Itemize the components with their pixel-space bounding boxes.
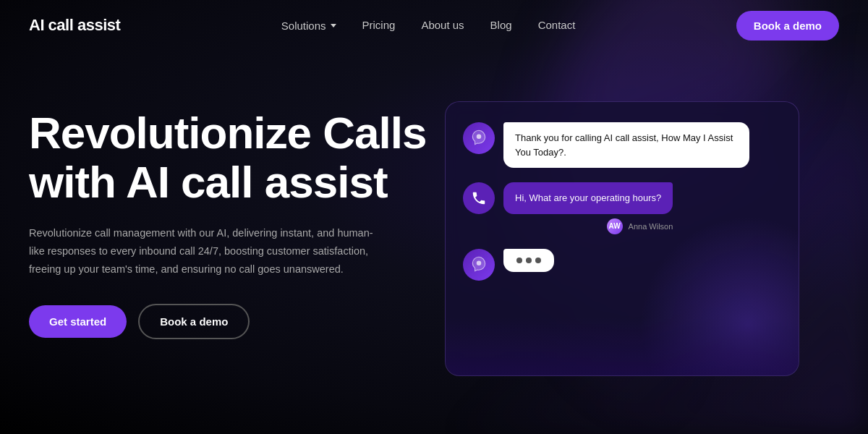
chat-messages: Thank you for calling AI call assist, Ho… [463,122,781,281]
hero-section: Revolutionize Calls with AI call assist … [0,51,868,434]
typing-dot-2 [526,258,532,263]
typing-dot-1 [516,258,522,263]
phone-icon-circle [463,182,495,214]
solutions-label: Solutions [281,20,326,32]
navbar: AI call assist Solutions Pricing About u… [0,0,868,51]
user-message-row: Hi, What are your operating hours? AW An… [463,182,781,234]
user-avatar: AW [607,218,623,234]
brand-logo: AI call assist [29,16,120,35]
chat-card: Thank you for calling AI call assist, Ho… [445,101,799,376]
card-shine [446,318,799,375]
nav-aboutus[interactable]: About us [421,19,464,31]
ai-avatar-typing [463,249,495,281]
get-started-button[interactable]: Get started [29,305,127,338]
ai-greeting-bubble: Thank you for calling AI call assist, Ho… [503,122,749,168]
nav-links: Solutions Pricing About us Blog Contact [281,19,576,32]
hero-buttons: Get started Book a demo [29,304,434,339]
user-name: Anna Wilson [629,222,673,231]
hero-title: Revolutionize Calls with AI call assist [29,109,434,207]
nav-blog[interactable]: Blog [490,19,512,31]
chevron-down-icon [331,24,336,27]
typing-dot-3 [535,258,541,263]
book-demo-hero-button[interactable]: Book a demo [138,304,250,339]
typing-indicator [503,249,554,272]
ai-avatar [463,122,495,154]
svg-point-1 [477,260,482,265]
ai-message-row: Thank you for calling AI call assist, Ho… [463,122,781,168]
nav-pricing[interactable]: Pricing [362,19,396,31]
user-question-bubble: Hi, What are your operating hours? [503,182,673,214]
hero-description: Revolutionize call management with our A… [29,224,376,278]
svg-point-0 [477,135,482,140]
nav-solutions[interactable]: Solutions [281,20,336,32]
ai-typing-row [463,249,781,281]
book-demo-nav-button[interactable]: Book a demo [736,11,839,41]
user-meta: AW Anna Wilson [607,218,673,234]
user-message-col: Hi, What are your operating hours? AW An… [503,182,673,234]
hero-right: Thank you for calling AI call assist, Ho… [434,94,810,376]
nav-contact[interactable]: Contact [538,19,576,31]
hero-left: Revolutionize Calls with AI call assist … [29,94,434,339]
